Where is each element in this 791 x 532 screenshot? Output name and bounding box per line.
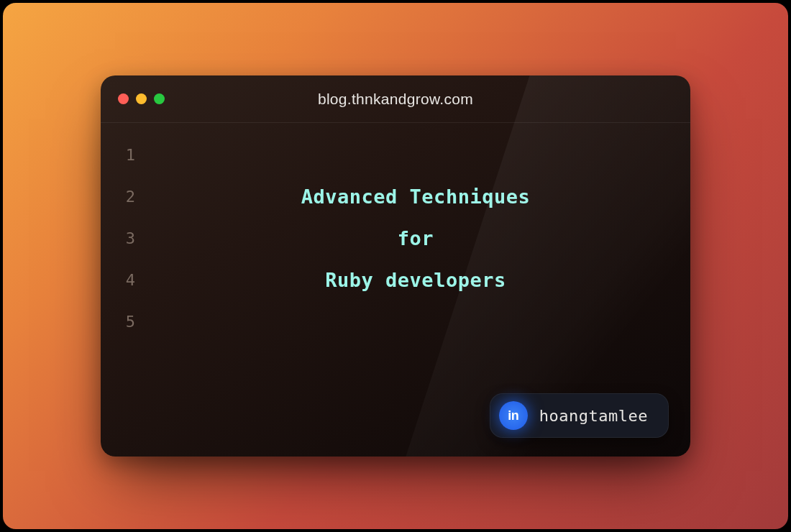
linkedin-icon: in — [499, 401, 528, 430]
code-line: for — [163, 226, 669, 251]
code-line — [163, 310, 669, 334]
editor-pane: 1 2 3 4 5 Advanced Techniques for Ruby d… — [101, 123, 690, 356]
traffic-lights-group — [118, 93, 165, 104]
code-content: Advanced Techniques for Ruby developers — [163, 140, 669, 334]
social-link-pill[interactable]: in hoangtamlee — [490, 393, 669, 438]
window-titlebar: blog.thnkandgrow.com — [101, 75, 690, 123]
window-title: blog.thnkandgrow.com — [318, 91, 473, 108]
line-number: 5 — [122, 310, 135, 334]
maximize-icon[interactable] — [154, 93, 165, 104]
code-window: blog.thnkandgrow.com 1 2 3 4 5 Advanced … — [101, 75, 690, 457]
code-line: Advanced Techniques — [163, 185, 669, 209]
line-number: 1 — [122, 143, 135, 168]
code-line — [163, 143, 669, 168]
minimize-icon[interactable] — [136, 93, 147, 104]
line-number: 4 — [122, 268, 135, 293]
line-number-gutter: 1 2 3 4 5 — [122, 140, 135, 334]
gradient-canvas: blog.thnkandgrow.com 1 2 3 4 5 Advanced … — [3, 3, 788, 529]
linkedin-icon-text: in — [508, 408, 518, 423]
code-line: Ruby developers — [163, 268, 669, 293]
social-handle: hoangtamlee — [539, 407, 648, 425]
close-icon[interactable] — [118, 93, 129, 104]
line-number: 2 — [122, 185, 135, 209]
line-number: 3 — [122, 226, 135, 251]
